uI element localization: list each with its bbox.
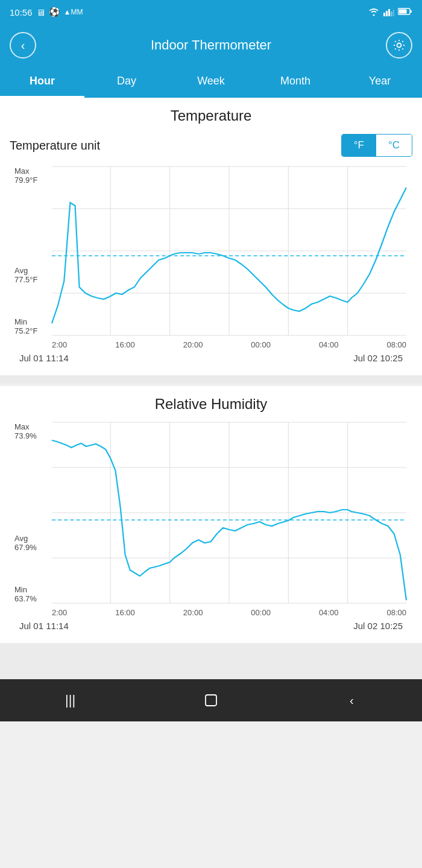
- tab-week[interactable]: Week: [169, 66, 253, 98]
- status-right: [368, 7, 412, 18]
- back-nav-button[interactable]: ‹: [336, 685, 367, 715]
- humidity-section: Relative Humidity Max 73.9% Avg 67.9% Mi…: [0, 386, 422, 643]
- wifi-icon: [368, 7, 380, 18]
- tab-hour[interactable]: Hour: [0, 66, 84, 98]
- tab-year[interactable]: Year: [338, 66, 422, 98]
- bottom-nav: ||| ‹: [0, 679, 422, 721]
- humidity-end-time: Jul 02 10:25: [353, 621, 403, 631]
- hx-label-4: 04:00: [319, 608, 339, 617]
- x-label-1: 16:00: [115, 340, 135, 349]
- temperature-chart-container: Max 79.9°F Avg 77.5°F Min 75.2°F: [10, 166, 412, 335]
- humidity-title: Relative Humidity: [10, 396, 412, 413]
- status-bar: 10:56 🖥 ⚽ ▲MM: [0, 0, 422, 24]
- temperature-section: Temperature Temperature unit °F °C Max 7…: [0, 98, 422, 375]
- humidity-min-label: Min 63.7%: [12, 585, 49, 603]
- tab-bar: Hour Day Week Month Year: [0, 66, 422, 98]
- celsius-button[interactable]: °C: [376, 135, 412, 156]
- temp-x-axis: 2:00 16:00 20:00 00:00 04:00 08:00: [52, 340, 406, 349]
- x-label-3: 00:00: [251, 340, 271, 349]
- hx-label-2: 20:00: [183, 608, 203, 617]
- svg-rect-2: [388, 9, 390, 16]
- unit-label: Temperature unit: [10, 139, 100, 153]
- svg-rect-4: [393, 10, 394, 16]
- hx-label-5: 08:00: [386, 608, 406, 617]
- x-label-4: 04:00: [319, 340, 339, 349]
- temp-max-label: Max 79.9°F: [12, 166, 49, 185]
- fahrenheit-button[interactable]: °F: [342, 135, 376, 156]
- humidity-chart-container: Max 73.9% Avg 67.9% Min 63.7%: [10, 422, 412, 603]
- alert-icon: ▲MM: [64, 8, 83, 16]
- svg-rect-31: [206, 695, 216, 706]
- svg-point-8: [397, 43, 401, 48]
- x-label-2: 20:00: [183, 340, 203, 349]
- humidity-x-axis: 2:00 16:00 20:00 00:00 04:00 08:00: [52, 608, 406, 617]
- battery-icon: [398, 7, 412, 17]
- humidity-avg-label: Avg 67.9%: [12, 534, 49, 552]
- temp-start-time: Jul 01 11:14: [19, 353, 69, 363]
- humidity-start-time: Jul 01 11:14: [19, 621, 69, 631]
- temp-end-time: Jul 02 10:25: [353, 353, 403, 363]
- tab-month[interactable]: Month: [253, 66, 338, 98]
- svg-rect-6: [410, 10, 412, 13]
- humidity-y-labels: Max 73.9% Avg 67.9% Min 63.7%: [10, 422, 52, 603]
- temperature-chart-svg: [52, 166, 406, 335]
- signal-icon: [383, 7, 394, 18]
- temp-min-label: Min 75.2°F: [12, 317, 49, 335]
- hx-label-1: 16:00: [115, 608, 135, 617]
- svg-rect-1: [386, 11, 388, 16]
- temperature-title: Temperature: [10, 107, 412, 124]
- hx-label-0: 2:00: [52, 608, 67, 617]
- settings-button[interactable]: [386, 32, 412, 59]
- bottom-spacer: [0, 643, 422, 679]
- home-button[interactable]: [196, 685, 226, 715]
- screen-icon: 🖥: [36, 7, 45, 17]
- humidity-svg-wrapper: [52, 422, 406, 603]
- back-button[interactable]: ‹: [10, 32, 36, 59]
- humidity-chart-svg: [52, 422, 406, 603]
- temp-y-labels: Max 79.9°F Avg 77.5°F Min 75.2°F: [10, 166, 52, 335]
- section-divider: [0, 375, 422, 384]
- hx-label-3: 00:00: [251, 608, 271, 617]
- svg-rect-3: [391, 11, 392, 16]
- temp-time-range: Jul 01 11:14 Jul 02 10:25: [19, 353, 403, 363]
- globe-icon: ⚽: [49, 7, 60, 17]
- menu-button[interactable]: |||: [55, 685, 86, 715]
- app-header: ‹ Indoor Thermometer: [0, 24, 422, 66]
- x-label-5: 08:00: [386, 340, 406, 349]
- humidity-max-label: Max 73.9%: [12, 422, 49, 440]
- temperature-svg-wrapper: [52, 166, 406, 335]
- time-display: 10:56: [10, 7, 33, 17]
- page-title: Indoor Thermometer: [151, 37, 271, 53]
- tab-day[interactable]: Day: [84, 66, 169, 98]
- svg-rect-7: [399, 9, 407, 13]
- unit-row: Temperature unit °F °C: [10, 134, 412, 157]
- svg-rect-0: [383, 13, 385, 16]
- status-left: 10:56 🖥 ⚽ ▲MM: [10, 7, 83, 17]
- x-label-0: 2:00: [52, 340, 67, 349]
- humidity-time-range: Jul 01 11:14 Jul 02 10:25: [19, 621, 403, 631]
- unit-toggle: °F °C: [341, 134, 412, 157]
- temp-avg-label: Avg 77.5°F: [12, 266, 49, 284]
